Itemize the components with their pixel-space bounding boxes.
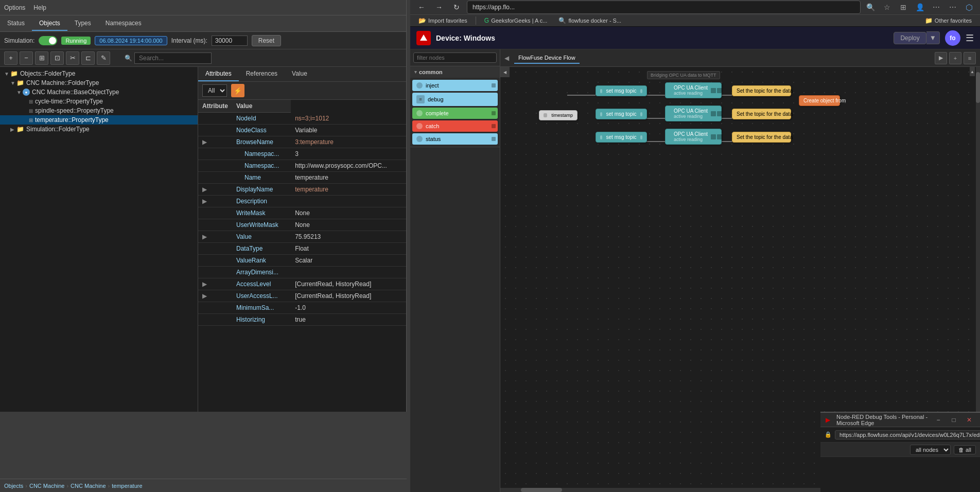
row-expand-6[interactable]: ▶ — [198, 184, 232, 196]
flow-node-settopic3[interactable]: Set the topic for the data — [732, 132, 791, 143]
user-avatar[interactable]: fo — [945, 30, 960, 46]
bookmark-flowfuse[interactable]: 🔍 flowfuse docker - S... — [554, 16, 625, 25]
attr-tab-references[interactable]: References — [239, 67, 285, 81]
canvas-action-more[interactable]: ≡ — [964, 52, 976, 64]
canvas-action-add[interactable]: + — [949, 52, 961, 64]
breadcrumb-cncmachine1[interactable]: CNC Machine — [29, 483, 64, 489]
attr-tab-attributes[interactable]: Attributes — [198, 67, 239, 81]
browser-more-icon[interactable]: ⋯ — [946, 1, 959, 14]
debug-clear-button[interactable]: 🗑 all — [954, 445, 976, 454]
palette-node-status[interactable]: status — [412, 133, 498, 145]
deploy-dropdown[interactable]: ▼ — [926, 31, 940, 44]
tree-panel[interactable]: ▼ 📁 Objects::FolderType ▼ 📁 CNC Machine:… — [0, 67, 198, 412]
browser-star-icon[interactable]: ☆ — [880, 1, 894, 14]
search-input[interactable] — [134, 52, 212, 64]
browser-profile-icon[interactable]: 👤 — [913, 1, 926, 14]
flow-node-opcua2[interactable]: OPC UA Client active reading — [665, 106, 722, 121]
toolbar-remove[interactable]: − — [20, 51, 33, 65]
toolbar-select[interactable]: ⊡ — [50, 51, 64, 65]
bookmark-other-favorites[interactable]: 📁 Other favorites — [921, 16, 976, 25]
row-expand-7[interactable]: ▶ — [198, 196, 232, 207]
browser-extensions-icon[interactable]: ⊞ — [897, 1, 910, 14]
browser-copilot-icon[interactable]: ⬡ — [962, 1, 976, 14]
debug-minimize-button[interactable]: − — [933, 414, 944, 426]
tree-arrow-n3[interactable]: ▼ — [16, 90, 23, 95]
forward-button[interactable]: → — [432, 0, 446, 14]
toolbar-toggle[interactable]: ⊞ — [35, 51, 48, 65]
tab-objects[interactable]: Objects — [32, 16, 67, 31]
tree-node-objects[interactable]: ▼ 📁 Objects::FolderType — [0, 69, 198, 78]
tab-status[interactable]: Status — [0, 16, 32, 31]
canvas-scroll-up[interactable]: ▲ — [970, 67, 975, 76]
debug-close-button[interactable]: ✕ — [964, 414, 975, 426]
bookmark-import[interactable]: 📂 Import favorites — [414, 16, 471, 25]
flow-node-setmsgtopic3[interactable]: set msg topic — [596, 132, 647, 143]
ff-menu-button[interactable]: ☰ — [966, 32, 974, 44]
row-expand-10[interactable]: ▶ — [198, 231, 232, 243]
browser-favorites-icon[interactable]: ⋯ — [930, 1, 943, 14]
flow-node-setmsgtopic1[interactable]: set msg topic — [596, 85, 647, 96]
flow-node-createobject[interactable]: Create object from — [799, 95, 840, 106]
palette-node-inject[interactable]: inject — [412, 80, 498, 91]
palette-node-complete[interactable]: complete — [412, 108, 498, 119]
reset-button[interactable]: Reset — [252, 35, 281, 46]
flow-node-setmsgtopic2[interactable]: set msg topic — [596, 109, 647, 119]
hscroll-thumb[interactable] — [521, 488, 562, 492]
back-button[interactable]: ← — [414, 0, 429, 14]
toolbar-add[interactable]: + — [4, 51, 18, 65]
tree-node-cncmachine-folder[interactable]: ▼ 📁 CNC Machine::FolderType — [0, 78, 198, 87]
breadcrumb-cncmachine2[interactable]: CNC Machine — [71, 483, 106, 489]
refresh-button[interactable]: ↻ — [449, 0, 464, 14]
attr-tab-value[interactable]: Value — [285, 67, 314, 81]
canvas-scroll-left[interactable]: ◀ — [500, 67, 510, 77]
debug-filter-nodes[interactable]: all nodes — [910, 445, 951, 455]
row-expand-2[interactable]: ▶ — [198, 136, 232, 148]
palette-section-header[interactable]: ▾ common — [410, 66, 500, 78]
row-expand-15[interactable]: ▶ — [198, 290, 232, 302]
palette-toggle-icon[interactable]: ◀ — [504, 55, 509, 62]
deploy-button[interactable]: Deploy — [894, 32, 926, 44]
flow-node-opcua3[interactable]: OPC UA Client active reading — [665, 129, 722, 145]
flow-node-settopic1[interactable]: Set the topic for the data — [732, 85, 791, 96]
tree-arrow-n2[interactable]: ▼ — [10, 80, 16, 86]
tree-node-cycletime[interactable]: ⊞ cycle-time::PropertyType — [0, 97, 198, 106]
canvas-action-1[interactable]: ▶ — [935, 52, 947, 64]
debug-url[interactable]: https://app.flowfuse.com/api/v1/devices/… — [835, 430, 980, 440]
flow-node-opcua1[interactable]: OPC UA Client active reading — [665, 82, 722, 98]
breadcrumb-temperature[interactable]: temperature — [112, 483, 142, 489]
row-expand-14[interactable]: ▶ — [198, 278, 232, 290]
palette-node-catch[interactable]: catch — [412, 120, 498, 132]
debug-restore-button[interactable]: □ — [948, 414, 959, 426]
tree-node-cncmachine-base[interactable]: ▼ ● CNC Machine::BaseObjectType — [0, 87, 198, 97]
flow-node-settopic2[interactable]: Set the topic for the data — [732, 109, 791, 119]
palette-filter-input[interactable] — [413, 52, 497, 63]
tab-namespaces[interactable]: Namespaces — [98, 16, 149, 31]
tree-node-temperature[interactable]: ⊞ temperature::PropertyType — [0, 115, 198, 125]
menu-help[interactable]: Help — [33, 4, 46, 11]
interval-input[interactable] — [212, 36, 248, 46]
tree-node-spindlespeed[interactable]: ⊞ spindle-speed::PropertyType — [0, 106, 198, 115]
flowfuse-header: Device: Windows Deploy ▼ fo ☰ — [410, 27, 980, 49]
canvas-tab-flow[interactable]: FlowFuse Device Flow — [514, 52, 580, 64]
simulation-toggle[interactable] — [39, 36, 57, 45]
toolbar-edit[interactable]: ✎ — [97, 51, 110, 65]
toolbar-copy[interactable]: ⊏ — [81, 51, 95, 65]
bridge-label: Bridging OPC UA data to MQTT — [647, 71, 720, 79]
breadcrumb-objects[interactable]: Objects — [4, 483, 23, 489]
tree-arrow-n7[interactable]: ▶ — [10, 127, 16, 132]
tree-node-simulation[interactable]: ▶ 📁 Simulation::FolderType — [0, 125, 198, 134]
tree-arrow-n1[interactable]: ▼ — [4, 71, 10, 77]
filter-icon-button[interactable]: ⚡ — [231, 84, 244, 97]
menu-options[interactable]: Options — [4, 4, 25, 11]
flow-node-timestamp[interactable]: timestamp — [539, 110, 577, 120]
bookmark-geeksforgeeks[interactable]: G GeeksforGeeks | A c... — [480, 16, 552, 25]
browser-search-icon[interactable]: 🔍 — [864, 1, 877, 14]
address-bar[interactable] — [467, 1, 861, 14]
toolbar-cut[interactable]: ✂ — [66, 51, 79, 65]
palette-node-debug[interactable]: ≡ debug — [412, 93, 498, 106]
vscroll-thumb[interactable] — [976, 72, 980, 103]
tab-types[interactable]: Types — [67, 16, 98, 31]
attr-value-1: Variable — [291, 125, 406, 136]
filter-select[interactable]: All — [202, 84, 227, 97]
status-port-right — [492, 137, 496, 141]
